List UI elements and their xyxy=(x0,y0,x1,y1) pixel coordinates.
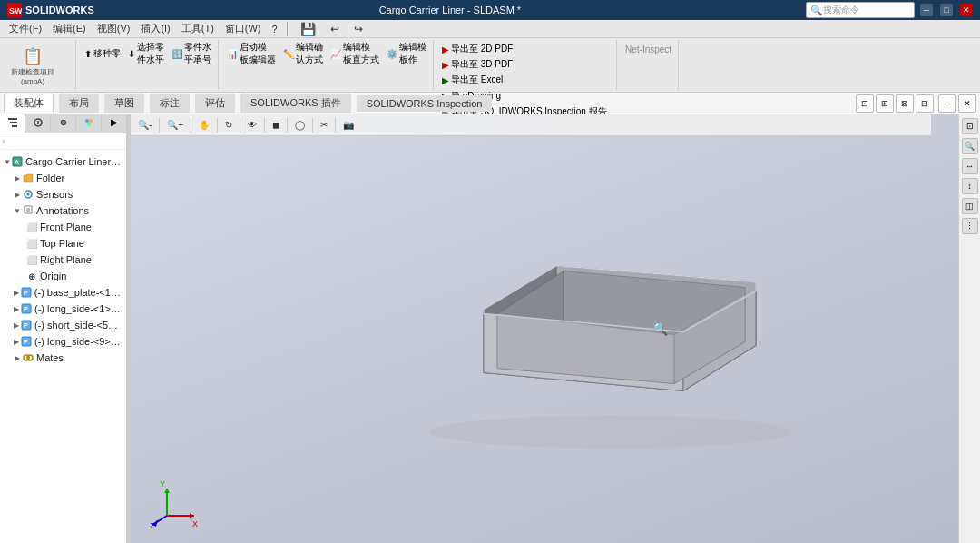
vp-pan-button[interactable]: ✋ xyxy=(195,119,213,131)
toolbar-save-icon[interactable]: 💾 xyxy=(295,20,321,38)
axes-svg: X Y Z xyxy=(149,479,199,529)
svg-point-15 xyxy=(27,193,30,196)
y-axis-arrow xyxy=(164,489,170,493)
part-number-button[interactable]: 🔢 零件水平承号 xyxy=(169,46,214,61)
secondary-toolbar: 装配体 布局 草图 标注 评估 SOLIDWORKS 插件 SOLIDWORKS… xyxy=(0,93,980,114)
right-panel-btn-5[interactable]: ◫ xyxy=(962,198,978,214)
move-part-button[interactable]: ⬆ 移种零 xyxy=(82,46,123,61)
tree-item-short-side-5[interactable]: ▶ P (-) short_side-<5> -> (De xyxy=(0,317,126,333)
vp-view-button[interactable]: 👁 xyxy=(244,119,260,131)
sensors-icon xyxy=(22,188,34,201)
tab-sw-addins[interactable]: SOLIDWORKS 插件 xyxy=(240,94,351,113)
export-2d-pdf-button[interactable]: ▶ 导出至 2D PDF xyxy=(439,42,612,56)
tree-item-folder[interactable]: ▶ Folder xyxy=(0,170,126,186)
svg-text:A: A xyxy=(15,159,19,165)
vp-display-mode-button[interactable]: ◼ xyxy=(269,119,283,131)
tab-sketch[interactable]: 草图 xyxy=(104,94,144,113)
tree-item-long-side-1[interactable]: ▶ P (-) long_side-<1> -> (Def xyxy=(0,301,126,317)
single-viewport-button[interactable]: ⊡ xyxy=(856,94,874,113)
assembly-file-icon: A xyxy=(12,156,23,167)
sidebar-tabs: ▶ xyxy=(0,114,126,133)
right-panel-btn-6[interactable]: ⋮ xyxy=(962,218,978,234)
right-panel-btn-4[interactable]: ↕ xyxy=(962,178,978,194)
vp-rotate-button[interactable]: ↻ xyxy=(221,119,236,131)
start-template-editor-button[interactable]: 📊 启动模板编辑器 xyxy=(224,46,279,61)
menu-view[interactable]: 视图(V) xyxy=(92,20,136,37)
top-plane-label: Top Plane xyxy=(40,238,84,249)
app-name: SOLIDWORKS xyxy=(25,5,94,15)
svg-point-27 xyxy=(27,355,33,360)
menu-insert[interactable]: 插入(I) xyxy=(135,20,175,37)
maximize-button[interactable]: □ xyxy=(940,4,953,16)
tree-item-front-plane[interactable]: ⬜ Front Plane xyxy=(0,219,126,235)
vp-close-button[interactable]: ✕ xyxy=(958,94,976,113)
sidebar-tab-appearance[interactable] xyxy=(76,114,102,133)
tab-sw-inspection[interactable]: SOLIDWORKS Inspection xyxy=(357,95,493,112)
tree-item-mates[interactable]: ▶ Mates xyxy=(0,350,126,366)
tab-assembly[interactable]: 装配体 xyxy=(4,94,54,113)
edit-template-hist-button[interactable]: 📈 编辑模板直方式 xyxy=(328,46,382,61)
vp-camera-button[interactable]: 📷 xyxy=(339,119,358,131)
command-search[interactable]: 🔍 搜索命令 xyxy=(806,2,915,18)
appearance-icon xyxy=(83,117,94,128)
template-editor-icon: 📊 xyxy=(227,49,238,59)
right-panel-btn-3[interactable]: ↔ xyxy=(962,158,978,174)
restore-button[interactable]: ─ xyxy=(938,94,956,113)
view-options-button[interactable]: ⊟ xyxy=(916,94,934,113)
export-3d-pdf-button[interactable]: ▶ 导出至 3D PDF xyxy=(439,57,612,72)
menu-help[interactable]: ? xyxy=(267,22,283,36)
menu-tools[interactable]: 工具(T) xyxy=(176,20,220,37)
tree-item-root[interactable]: ▼ A Cargo Carrier Liner - (Default xyxy=(0,153,126,170)
select-level-button[interactable]: ⬇ 选择零件水平 xyxy=(125,46,167,61)
vp-zoom-out-button[interactable]: 🔍- xyxy=(134,119,155,131)
tree-item-sensors[interactable]: ▶ Sensors xyxy=(0,186,126,202)
svg-point-8 xyxy=(63,122,64,123)
origin-label: Origin xyxy=(40,271,66,281)
edit-confirm-button[interactable]: ✏️ 编辑确认方式 xyxy=(280,46,326,61)
export-excel-button[interactable]: ▶ 导出至 Excel xyxy=(439,73,612,87)
quad-viewport-button[interactable]: ⊠ xyxy=(896,94,914,113)
annotations-expand-arrow: ▼ xyxy=(13,206,22,215)
export-excel-icon: ▶ xyxy=(442,75,449,85)
right-panel-btn-2[interactable]: 🔍 xyxy=(962,138,978,154)
sidebar-tab-more[interactable]: ▶ xyxy=(102,114,126,133)
sensor-file-icon xyxy=(23,189,34,200)
edit-template-action-button[interactable]: ⚙️ 编辑模板作 xyxy=(384,46,429,61)
tab-markup[interactable]: 标注 xyxy=(150,94,190,113)
net-inspect-button[interactable]: Net-Inspect xyxy=(622,42,674,56)
toolbar-undo-icon[interactable]: ↩ xyxy=(325,21,345,37)
close-button[interactable]: ✕ xyxy=(960,4,973,16)
vp-section-cut-button[interactable]: ✂ xyxy=(317,119,331,131)
toolbar-redo-icon[interactable]: ↪ xyxy=(348,21,368,37)
config-icon xyxy=(58,117,69,128)
toolbar-section-new: 📋 新建检查项目(ampA) xyxy=(4,40,76,90)
right-panel-btn-1[interactable]: ⊡ xyxy=(962,118,978,134)
tree-item-long-side-9[interactable]: ▶ P (-) long_side-<9> -> (Def xyxy=(0,333,126,350)
menu-file[interactable]: 文件(F) xyxy=(4,20,47,37)
tree-item-origin[interactable]: ⊕ Origin xyxy=(0,268,126,284)
new-inspection-button[interactable]: 📋 新建检查项目(ampA) xyxy=(7,42,58,89)
viewport-layout-buttons: ⊡ ⊞ ⊠ ⊟ ─ ✕ xyxy=(856,94,976,113)
menu-edit[interactable]: 编辑(E) xyxy=(47,20,92,37)
tree-item-base-plate[interactable]: ▶ P (-) base_plate-<1> -> (De xyxy=(0,284,126,301)
edit-template-action-icon: ⚙️ xyxy=(387,49,397,59)
vp-zoom-in-button[interactable]: 🔍+ xyxy=(163,119,187,131)
sensors-label: Sensors xyxy=(36,189,73,200)
vp-sep-1 xyxy=(159,118,160,133)
sidebar-search-input[interactable] xyxy=(5,135,124,147)
sidebar-tab-tree[interactable] xyxy=(0,114,25,133)
folder-file-icon xyxy=(23,173,34,183)
sidebar-tab-config[interactable] xyxy=(51,114,76,133)
tree-item-top-plane[interactable]: ⬜ Top Plane xyxy=(0,235,126,252)
viewport[interactable]: 🔍- 🔍+ ✋ ↻ 👁 ◼ ◯ ✂ 📷 xyxy=(131,114,958,543)
vp-hide-show-button[interactable]: ◯ xyxy=(291,119,309,131)
tab-layout[interactable]: 布局 xyxy=(59,94,99,113)
dual-viewport-button[interactable]: ⊞ xyxy=(876,94,894,113)
tree-item-right-plane[interactable]: ⬜ Right Plane xyxy=(0,252,126,268)
long-side-1-expand-arrow: ▶ xyxy=(13,304,20,313)
tab-evaluate[interactable]: 评估 xyxy=(195,94,235,113)
menu-window[interactable]: 窗口(W) xyxy=(220,20,267,37)
minimize-button[interactable]: ─ xyxy=(920,4,933,16)
sidebar-tab-props[interactable] xyxy=(25,114,51,133)
tree-item-annotations[interactable]: ▼ Annotations xyxy=(0,202,126,219)
